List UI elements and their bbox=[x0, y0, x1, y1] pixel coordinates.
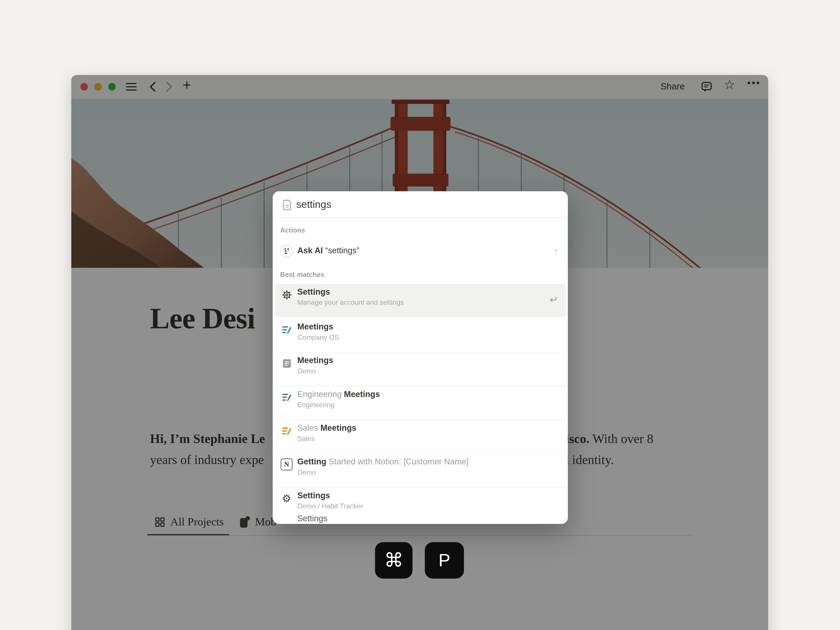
result-title: Settings bbox=[297, 490, 330, 501]
result-title: Settings bbox=[297, 513, 327, 524]
search-result-sales-meetings[interactable]: Sales Meetings Sales bbox=[275, 420, 566, 453]
search-result-settings[interactable]: Settings Manage your account and setting… bbox=[275, 284, 566, 317]
gear-outline-icon bbox=[280, 288, 293, 301]
meeting-notes-yellow-icon bbox=[280, 425, 293, 437]
document-gray-icon bbox=[280, 357, 293, 370]
result-subtitle: Demo bbox=[297, 367, 316, 375]
search-result-settings-partial[interactable]: Settings bbox=[275, 510, 566, 524]
result-title: Sales Meetings bbox=[297, 423, 356, 433]
result-title: Meetings bbox=[297, 321, 333, 332]
section-label-actions: Actions bbox=[280, 227, 305, 234]
enter-icon: ↵ bbox=[550, 294, 558, 306]
result-subtitle: Manage your account and settings bbox=[297, 298, 404, 306]
search-result-meetings-demo[interactable]: Meetings Demo bbox=[275, 352, 566, 386]
result-title: Meetings bbox=[297, 355, 333, 366]
search-result-engineering-meetings[interactable]: Engineering Meetings Engineering bbox=[275, 386, 566, 420]
ask-ai-row[interactable]: Ask AI “settings” ↑ bbox=[275, 240, 566, 264]
result-subtitle: Demo bbox=[297, 468, 316, 476]
shortcut-key-command: ⌘ bbox=[375, 542, 412, 579]
result-subtitle: Sales bbox=[297, 434, 315, 442]
page-icon bbox=[282, 199, 293, 211]
search-input[interactable]: settings bbox=[273, 191, 568, 218]
meeting-notes-blue-icon bbox=[280, 323, 293, 336]
search-result-getting-started[interactable]: N Getting Started with Notion: [Customer… bbox=[275, 454, 566, 487]
search-query-text: settings bbox=[296, 198, 331, 210]
result-title: Engineering Meetings bbox=[297, 389, 380, 399]
shortcut-key-p: P bbox=[425, 542, 464, 579]
result-subtitle: Demo / Habit Tracker bbox=[297, 502, 363, 510]
notion-logo-icon: N bbox=[280, 458, 293, 471]
result-title: Settings bbox=[297, 287, 330, 297]
command-icon: ⌘ bbox=[384, 549, 403, 572]
notion-ai-face-icon bbox=[280, 245, 293, 258]
result-subtitle: Engineering bbox=[297, 401, 335, 409]
search-result-meetings-company-os[interactable]: Meetings Company OS bbox=[275, 319, 566, 352]
quick-search-modal: settings Actions Ask AI “settings” ↑ Bes… bbox=[273, 191, 568, 524]
section-label-best-matches: Best matches bbox=[280, 271, 324, 278]
result-subtitle: Company OS bbox=[297, 333, 339, 341]
arrow-up-icon: ↑ bbox=[553, 246, 558, 257]
meeting-notes-green-icon bbox=[280, 390, 293, 403]
screen: Lee Desi Hi, I’m Stephanie Le cisco. Wit… bbox=[0, 0, 840, 630]
ask-ai-label: Ask AI “settings” bbox=[297, 246, 359, 256]
result-title: Getting Started with Notion: [Customer N… bbox=[297, 456, 469, 467]
gear-solid-icon: ⚙ bbox=[280, 492, 293, 505]
